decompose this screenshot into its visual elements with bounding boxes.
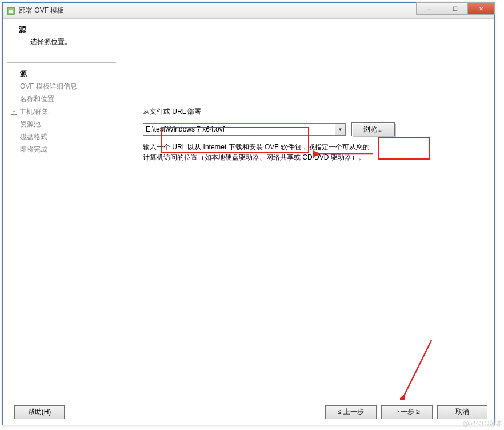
deploy-source-label: 从文件或 URL 部署 <box>143 107 477 117</box>
path-input-row: ▼ 浏览... <box>143 122 477 136</box>
close-button[interactable]: ✕ <box>467 2 495 15</box>
step-label: OVF 模板详细信息 <box>20 81 77 91</box>
window-controls: ─ ☐ ✕ <box>416 3 494 18</box>
step-label: 主机/群集 <box>19 106 49 117</box>
wizard-footer: 帮助(H) ≤ 上一步 下一步 ≥ 取消 <box>3 399 494 425</box>
deploy-ovf-window: 部署 OVF 模板 ─ ☐ ✕ 源 选择源位置。 源 OVF 模板详细信息 名称… <box>2 2 495 425</box>
step-disk-format[interactable]: 磁盘格式 <box>7 130 116 143</box>
dropdown-arrow-icon[interactable]: ▼ <box>335 124 345 135</box>
step-name-location[interactable]: 名称和位置 <box>7 93 116 105</box>
svg-rect-3 <box>9 11 13 13</box>
header-subtitle: 选择源位置。 <box>30 37 478 47</box>
step-label: 源 <box>20 69 27 79</box>
svg-rect-2 <box>9 10 13 11</box>
step-host-cluster[interactable]: + 主机/群集 <box>7 105 116 118</box>
maximize-button[interactable]: ☐ <box>442 2 468 15</box>
header-title: 源 <box>19 25 478 35</box>
app-icon <box>6 6 15 15</box>
next-button[interactable]: 下一步 ≥ <box>381 405 433 419</box>
help-text: 输入一个 URL 以从 Internet 下载和安装 OVF 软件包，或指定一个… <box>143 142 429 162</box>
wizard-body: 源 OVF 模板详细信息 名称和位置 + 主机/群集 资源池 磁盘格式 <box>3 55 494 399</box>
minimize-button[interactable]: ─ <box>416 2 442 15</box>
watermark: @51CTO博客 <box>463 419 502 428</box>
step-resource-pool[interactable]: 资源池 <box>7 118 116 130</box>
step-label: 磁盘格式 <box>20 132 47 142</box>
step-ovf-details[interactable]: OVF 模板详细信息 <box>7 80 116 93</box>
step-ready-complete[interactable]: 即将完成 <box>7 143 116 156</box>
expand-icon[interactable]: + <box>11 109 17 115</box>
wizard-header: 源 选择源位置。 <box>3 19 494 55</box>
back-button[interactable]: ≤ 上一步 <box>325 405 377 419</box>
title-bar: 部署 OVF 模板 ─ ☐ ✕ <box>3 3 494 19</box>
path-input[interactable] <box>143 123 346 136</box>
step-label: 资源池 <box>20 119 41 129</box>
path-combo: ▼ <box>143 123 346 136</box>
main-content: 从文件或 URL 部署 ▼ 浏览... 输入一个 URL 以从 Internet… <box>120 55 494 399</box>
wizard-steps-sidebar: 源 OVF 模板详细信息 名称和位置 + 主机/群集 资源池 磁盘格式 <box>3 55 120 399</box>
step-source[interactable]: 源 <box>7 67 116 80</box>
browse-button[interactable]: 浏览... <box>351 122 395 136</box>
step-label: 即将完成 <box>20 144 47 154</box>
window-title: 部署 OVF 模板 <box>19 6 416 15</box>
step-label: 名称和位置 <box>20 94 54 104</box>
help-button[interactable]: 帮助(H) <box>14 405 65 419</box>
cancel-button[interactable]: 取消 <box>437 405 487 419</box>
